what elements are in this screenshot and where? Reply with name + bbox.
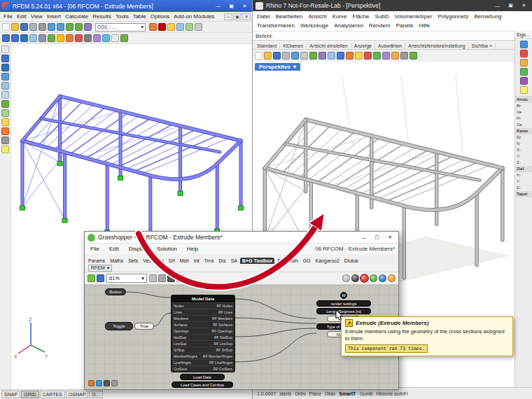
gh-node-port-row[interactable]: CroSecsRF CroSecs — [172, 365, 234, 372]
preview-orange-sphere[interactable] — [388, 274, 396, 282]
rhino-menu-item[interactable]: Hilfe — [416, 22, 432, 29]
help-icon[interactable] — [120, 34, 128, 42]
dimension-tool-icon[interactable] — [1, 136, 9, 144]
solid-icon[interactable] — [38, 34, 46, 42]
gh-node-port-row[interactable]: SrfSupRF SrfSup — [172, 346, 234, 353]
member-icon[interactable] — [20, 34, 28, 42]
line-icon[interactable] — [11, 34, 19, 42]
imperfection-icon[interactable] — [75, 34, 83, 42]
settings-icon[interactable] — [195, 23, 202, 31]
rfem-child-restore-button[interactable]: ▣ — [233, 13, 241, 20]
array-icon[interactable] — [382, 52, 390, 59]
area-load-icon[interactable] — [1, 127, 9, 135]
gh-toggle-value[interactable]: True — [134, 323, 154, 330]
rhino-menu-item[interactable]: Rendern — [367, 22, 393, 29]
rfem-menu-item[interactable]: Table — [131, 13, 148, 20]
open-icon[interactable] — [11, 23, 19, 31]
gh-menu-item[interactable]: File — [88, 246, 102, 252]
preview-shaded-sphere[interactable] — [360, 274, 368, 282]
rfem-minimize-button[interactable]: — — [213, 2, 223, 10]
save-icon[interactable] — [20, 23, 28, 31]
member-load-icon[interactable] — [1, 118, 9, 126]
rfem-child-minimize-button[interactable]: — — [224, 13, 232, 20]
rhino-toolbar-tab[interactable]: Auswählen — [375, 43, 405, 49]
preview-eye-icon[interactable] — [167, 274, 175, 282]
rhino-menu-item[interactable]: Bemaßung — [472, 13, 503, 20]
rfem-menu-item[interactable]: Insert — [45, 13, 63, 20]
rhino-command-line[interactable]: Befehl: — [253, 31, 532, 41]
gh-node-port-row[interactable]: LineSupRF LineSup — [172, 340, 234, 346]
new-surface-icon[interactable] — [1, 82, 9, 90]
rfem-status-chip[interactable]: OSNAP — [66, 391, 89, 398]
rfem-menu-item[interactable]: Calculate — [63, 13, 90, 20]
gh-node-port-row[interactable]: SurfacesRF Surfaces — [172, 321, 234, 328]
rfem-status-chip[interactable]: G... — [89, 391, 102, 398]
new-opening-icon[interactable] — [1, 91, 9, 99]
rfem-menu-item[interactable]: File — [1, 13, 15, 20]
undo-icon[interactable] — [291, 52, 299, 59]
gh-component-tab[interactable]: Msh — [178, 258, 191, 264]
copy-icon[interactable] — [355, 52, 363, 59]
rhino-menu-item[interactable]: Analysieren — [332, 22, 365, 29]
rhino-status-toggle[interactable]: Orthi — [295, 391, 305, 396]
rhino-status-toggle[interactable]: Ofan — [325, 391, 335, 396]
gh-component-tab[interactable]: B+G Toolbox — [240, 258, 274, 264]
rhino-menu-item[interactable]: Volumenkörper — [393, 13, 435, 20]
layers-panel-icon[interactable] — [520, 59, 528, 66]
line-support-icon[interactable] — [1, 109, 9, 117]
rfem-status-chip[interactable]: GRID — [21, 391, 39, 398]
rhino-viewport-tab[interactable]: Perspektive ▾ — [255, 63, 300, 71]
node-icon[interactable] — [2, 34, 10, 42]
rhino-restore-button[interactable]: ▣ — [505, 1, 516, 10]
save-file-icon[interactable] — [273, 52, 281, 59]
gh-open-icon[interactable] — [88, 274, 95, 282]
view-3d-icon[interactable] — [84, 23, 92, 31]
preview-off-sphere[interactable] — [342, 274, 350, 282]
move-icon[interactable] — [346, 52, 354, 59]
rhino-status-toggle[interactable]: Historie aufnFi — [376, 391, 407, 396]
gh-component-tab[interactable]: Params — [86, 258, 107, 264]
gh-component-tab[interactable]: Pufferfish — [275, 258, 300, 264]
new-file-icon[interactable] — [255, 52, 262, 59]
gh-m-port-badge[interactable]: M — [340, 292, 347, 299]
gh-component-tab[interactable]: SA — [229, 258, 239, 264]
help-panel-icon[interactable] — [520, 77, 528, 85]
calculate-icon[interactable] — [149, 23, 157, 31]
new-node-icon[interactable] — [1, 55, 9, 62]
scale-icon[interactable] — [364, 52, 372, 59]
preview-green-sphere[interactable] — [370, 274, 377, 282]
gh-flame-icon[interactable] — [88, 380, 94, 386]
rhino-menu-item[interactable]: Ansicht — [306, 13, 328, 20]
rfem-titlebar[interactable]: RFEM 5.24.01 x64 - [06 RFCOM - Extrude M… — [0, 0, 252, 12]
gh-blue-widget-icon[interactable] — [96, 380, 102, 386]
gh-button-node[interactable]: Button — [105, 288, 126, 295]
rhino-toolbar-tab[interactable]: Ansicht einstellen — [307, 43, 351, 49]
new-line-icon[interactable] — [1, 64, 9, 71]
support-icon[interactable] — [48, 34, 55, 42]
mirror-icon[interactable] — [373, 52, 381, 59]
gh-menu-item[interactable]: Solution — [155, 246, 179, 252]
rfem-child-close-button[interactable]: ✕ — [242, 13, 251, 20]
rhino-properties-panel-tab[interactable]: Eige... — [515, 31, 532, 38]
rhino-menu-item[interactable]: Polygonnetz — [435, 13, 470, 20]
section-icon[interactable] — [93, 34, 101, 42]
nodal-support-icon[interactable] — [1, 100, 9, 108]
gh-node-port-row[interactable]: MembersRF Members — [172, 315, 234, 321]
gh-node-port-row[interactable]: OpeningsRF Openings — [172, 328, 234, 334]
gh-menu-item[interactable]: Edit — [107, 246, 121, 252]
hinge-icon[interactable] — [57, 34, 64, 42]
gh-component-tab[interactable]: GG — [301, 258, 313, 264]
gh-titlebar[interactable]: Grasshopper - 06 RFCOM - Extrude Members… — [85, 232, 398, 244]
gh-load-data-node[interactable]: Load Data — [180, 374, 225, 380]
gh-component-tab[interactable]: Maths — [108, 258, 125, 264]
preview-wire-sphere[interactable] — [351, 274, 359, 282]
rhino-status-toggle[interactable]: SmartT — [339, 391, 356, 396]
rhino-status-toggle[interactable]: Planz — [309, 391, 322, 396]
display-panel-icon[interactable] — [520, 68, 528, 76]
properties-panel-icon[interactable] — [520, 41, 528, 48]
select-arrow-icon[interactable] — [1, 46, 9, 53]
rhino-status-toggle[interactable]: sterfz — [279, 391, 291, 396]
notes-icon[interactable] — [186, 23, 193, 31]
gh-node-port-row[interactable]: NodesRF Nodes — [172, 302, 234, 309]
help-icon[interactable] — [410, 52, 417, 59]
